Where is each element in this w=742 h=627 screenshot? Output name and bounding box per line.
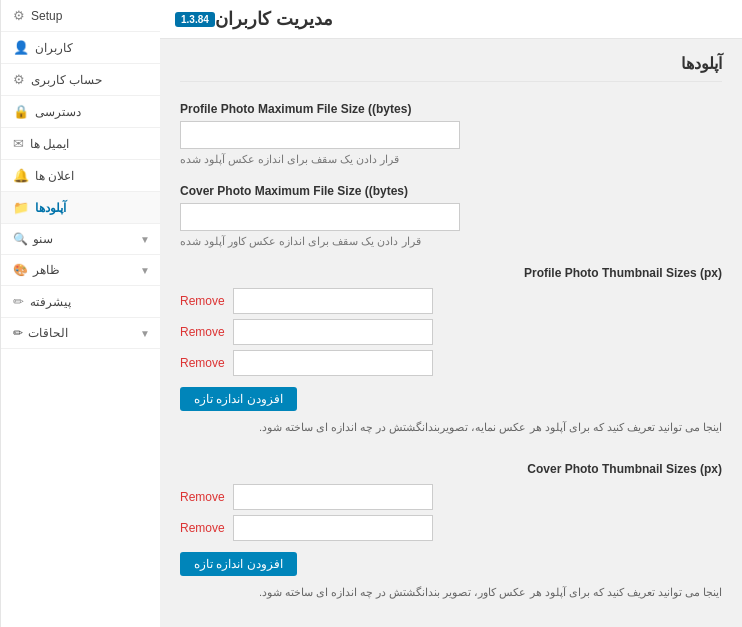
cover-thumbnail-input-1[interactable]: [233, 484, 433, 510]
sidebar-item-advanced[interactable]: پیشرفته ✏: [1, 286, 160, 318]
cover-thumbnail-remove-2[interactable]: Remove: [180, 521, 225, 535]
profile-thumbnail-remove-1[interactable]: Remove: [180, 294, 225, 308]
cover-photo-size-input[interactable]: [180, 203, 460, 231]
sidebar-item-notifications[interactable]: اعلان ها 🔔: [1, 160, 160, 192]
profile-thumbnail-remove-2[interactable]: Remove: [180, 325, 225, 339]
sidebar-label-appearance: ظاهر: [33, 263, 60, 277]
sidebar-item-appearance[interactable]: ▼ ظاهر 🎨: [1, 255, 160, 286]
sidebar-item-users[interactable]: کاربران 👤: [1, 32, 160, 64]
sidebar-item-addons[interactable]: ▼ الحاقات ✏: [1, 318, 160, 349]
sidebar-label-accounts: حساب کاربری: [31, 73, 102, 87]
sidebar-item-sno[interactable]: ▼ سنو 🔍: [1, 224, 160, 255]
profile-thumbnail-input-2[interactable]: [233, 319, 433, 345]
profile-photo-size-hint: قرار دادن یک سقف برای اندازه عکس آپلود ش…: [180, 153, 399, 166]
chevron-down-icon: ▼: [140, 234, 150, 245]
sidebar-item-uploads[interactable]: آپلودها 📁: [1, 192, 160, 224]
profile-thumbnail-remove-3[interactable]: Remove: [180, 356, 225, 370]
sidebar-item-setup[interactable]: Setup ⚙: [1, 0, 160, 32]
palette-icon: 🎨: [13, 263, 28, 277]
upload-icon: 📁: [13, 200, 29, 215]
gear-icon: ⚙: [13, 8, 25, 23]
profile-thumbnail-hint: اینجا می توانید تعریف کنید که برای آپلود…: [180, 419, 722, 437]
sidebar-item-emails[interactable]: ایمیل ها ✉: [1, 128, 160, 160]
sidebar-label-uploads: آپلودها: [35, 201, 66, 215]
profile-thumbnail-input-3[interactable]: [233, 350, 433, 376]
chevron-down-icon-2: ▼: [140, 265, 150, 276]
sidebar-label-sno: سنو: [33, 232, 53, 246]
cover-thumbnail-row-2: Remove: [180, 515, 722, 541]
cover-thumbnail-remove-1[interactable]: Remove: [180, 490, 225, 504]
sidebar-label-notifications: اعلان ها: [35, 169, 74, 183]
cover-photo-size-hint: قرار دادن یک سقف برای اندازه عکس کاور آپ…: [180, 235, 421, 248]
profile-thumbnail-row-3: Remove: [180, 350, 722, 376]
addon-icon: ✏: [13, 326, 23, 340]
search-icon: 🔍: [13, 232, 28, 246]
email-icon: ✉: [13, 136, 24, 151]
lock-icon: 🔒: [13, 104, 29, 119]
sidebar-label-setup: Setup: [31, 9, 62, 23]
profile-thumbnail-row-2: Remove: [180, 319, 722, 345]
profile-thumbnail-label: (Profile Photo Thumbnail Sizes (px: [180, 266, 722, 280]
section-title: آپلودها: [180, 54, 722, 82]
profile-photo-size-label: (Profile Photo Maximum File Size ((bytes: [180, 102, 411, 116]
sidebar-item-access[interactable]: دسترسی 🔒: [1, 96, 160, 128]
chevron-down-icon-3: ▼: [140, 328, 150, 339]
sidebar-label-emails: ایمیل ها: [30, 137, 69, 151]
version-badge: 1.3.84: [175, 12, 215, 27]
cover-thumbnail-label: (Cover Photo Thumbnail Sizes (px: [180, 462, 722, 476]
profile-photo-size-input[interactable]: [180, 121, 460, 149]
sidebar-label-advanced: پیشرفته: [30, 295, 71, 309]
settings-icon: ⚙: [13, 72, 25, 87]
page-title: مدیریت کاربران: [215, 8, 333, 30]
sidebar-label-users: کاربران: [35, 41, 73, 55]
profile-thumbnail-row-1: Remove: [180, 288, 722, 314]
profile-thumbnail-input-1[interactable]: [233, 288, 433, 314]
bell-icon: 🔔: [13, 168, 29, 183]
cover-thumbnail-row-1: Remove: [180, 484, 722, 510]
profile-add-size-button[interactable]: افزودن اندازه تازه: [180, 387, 297, 411]
cover-add-size-button[interactable]: افزودن اندازه تازه: [180, 552, 297, 576]
cover-thumbnail-input-2[interactable]: [233, 515, 433, 541]
user-icon: 👤: [13, 40, 29, 55]
cover-thumbnail-hint: اینجا می توانید تعریف کنید که برای آپلود…: [180, 584, 722, 602]
sidebar-label-access: دسترسی: [35, 105, 81, 119]
sidebar-item-accounts[interactable]: حساب کاربری ⚙: [1, 64, 160, 96]
cover-photo-size-label: (Cover Photo Maximum File Size ((bytes: [180, 184, 408, 198]
sidebar-label-addons: الحاقات: [28, 326, 68, 340]
pencil-icon: ✏: [13, 294, 24, 309]
